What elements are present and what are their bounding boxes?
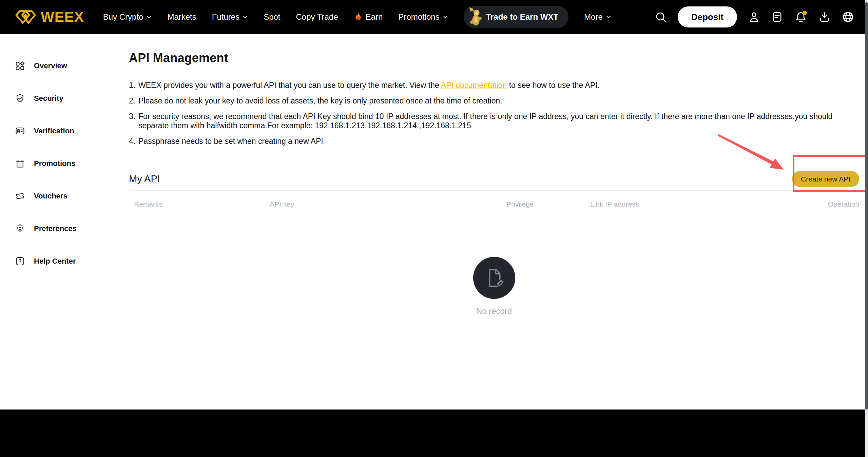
nav-markets[interactable]: Markets	[167, 12, 196, 22]
nav-copy-trade[interactable]: Copy Trade	[296, 12, 338, 22]
sidebar-item-label: Vouchers	[34, 192, 67, 201]
page: WEEX Buy Crypto Markets Futures Spot Cop…	[0, 0, 868, 457]
content-layout: Overview Security Verification	[0, 34, 868, 410]
nav-promotions-label: Promotions	[398, 12, 439, 22]
chevron-down-icon	[443, 14, 448, 20]
column-api-key: API key	[270, 200, 294, 208]
account-sidebar: Overview Security Verification	[0, 34, 114, 410]
nav-buy-crypto-label: Buy Crypto	[103, 12, 143, 22]
sidebar-item-label: Security	[34, 94, 63, 103]
api-management-panel: API Management 1. WEEX provides you with…	[114, 34, 868, 410]
note-text: WEEX provides you with a powerful API th…	[138, 81, 600, 90]
gift-icon	[15, 158, 25, 169]
note-item: 3. For security reasons, we recommend th…	[129, 112, 859, 130]
sidebar-item-overview[interactable]: Overview	[15, 50, 114, 82]
scrollbar-track[interactable]	[865, 0, 868, 457]
scrollbar-thumb[interactable]	[865, 2, 868, 410]
empty-state: No record	[129, 257, 859, 316]
note-number: 1.	[129, 81, 138, 90]
nav-more-label: More	[584, 12, 603, 22]
account-icon[interactable]	[748, 11, 760, 23]
nav-spot-label: Spot	[264, 12, 280, 22]
shield-check-icon	[15, 93, 25, 103]
flame-icon	[354, 12, 363, 22]
weex-logo[interactable]: WEEX	[15, 9, 84, 25]
note-item: 2. Please do not leak your key to avoid …	[129, 96, 859, 106]
note-text: Passphrase needs to be set when creating…	[138, 137, 323, 146]
trade-to-earn-label: Trade to Earn WXT	[486, 12, 558, 22]
api-notes: 1. WEEX provides you with a powerful API…	[129, 81, 859, 146]
sidebar-item-label: Verification	[34, 127, 74, 135]
gear-icon	[15, 224, 25, 234]
chevron-down-icon	[146, 14, 152, 20]
nav-right-group: Deposit	[655, 6, 854, 27]
sidebar-item-help-center[interactable]: ? Help Center	[15, 245, 114, 278]
sidebar-item-label: Help Center	[34, 257, 76, 266]
question-icon: ?	[15, 256, 25, 266]
column-remarks: Remarks	[134, 200, 162, 208]
sidebar-item-promotions[interactable]: Promotions	[15, 147, 114, 180]
note-text: For security reasons, we recommend that …	[138, 112, 859, 130]
sidebar-item-security[interactable]: Security	[15, 82, 114, 115]
my-api-title: My API	[129, 173, 160, 185]
overview-grid-icon	[15, 61, 25, 71]
note-number: 4.	[129, 137, 138, 146]
note-number: 3.	[129, 112, 138, 130]
note-text-before: WEEX provides you with a powerful API th…	[138, 81, 441, 90]
nav-markets-label: Markets	[167, 12, 196, 22]
mascot-icon	[468, 6, 483, 27]
download-app-icon[interactable]	[818, 11, 831, 23]
weex-diamond-icon	[15, 9, 36, 25]
nav-earn-label: Earn	[366, 12, 383, 22]
column-link-ip-address: Link IP address	[590, 200, 639, 208]
sidebar-item-label: Preferences	[34, 224, 77, 233]
create-new-api-button[interactable]: Create new API	[792, 171, 859, 187]
notifications-bell-icon[interactable]	[794, 11, 808, 23]
nav-earn[interactable]: Earn	[354, 12, 383, 22]
ticket-icon	[14, 190, 26, 202]
chevron-down-icon	[606, 14, 611, 20]
footer	[0, 410, 868, 457]
sidebar-item-label: Promotions	[34, 159, 75, 168]
section-divider	[129, 190, 859, 191]
sidebar-item-label: Overview	[34, 61, 67, 70]
sidebar-item-preferences[interactable]: Preferences	[15, 212, 114, 245]
my-api-header-row: My API Create new API	[129, 170, 859, 188]
column-operation: Operation	[828, 200, 859, 208]
top-navbar: WEEX Buy Crypto Markets Futures Spot Cop…	[0, 0, 868, 34]
nav-links: Buy Crypto Markets Futures Spot Copy Tra…	[103, 6, 611, 28]
brand-name: WEEX	[41, 9, 84, 25]
column-privilege: Privilege	[506, 200, 534, 208]
empty-state-circle	[473, 257, 515, 299]
document-edit-icon	[483, 267, 505, 289]
note-number: 2.	[129, 96, 138, 106]
note-text-after: to see how to use the API.	[507, 81, 600, 90]
nav-futures-label: Futures	[212, 12, 239, 22]
api-documentation-link[interactable]: API documentation	[441, 81, 507, 90]
nav-buy-crypto[interactable]: Buy Crypto	[103, 12, 152, 22]
search-icon[interactable]	[655, 11, 667, 23]
id-card-icon	[15, 126, 25, 136]
sidebar-item-verification[interactable]: Verification	[15, 115, 114, 147]
nav-spot[interactable]: Spot	[264, 12, 280, 22]
note-item: 1. WEEX provides you with a powerful API…	[129, 81, 859, 90]
orders-icon[interactable]	[771, 11, 783, 23]
svg-text:?: ?	[18, 259, 22, 264]
notification-badge	[803, 11, 807, 15]
nav-copy-trade-label: Copy Trade	[296, 12, 338, 22]
api-table-header: Remarks API key Privilege Link IP addres…	[129, 200, 859, 210]
nav-more[interactable]: More	[584, 12, 611, 22]
deposit-button[interactable]: Deposit	[678, 6, 737, 27]
note-item: 4. Passphrase needs to be set when creat…	[129, 137, 859, 146]
sidebar-item-vouchers[interactable]: Vouchers	[15, 180, 114, 212]
chevron-down-icon	[243, 14, 248, 20]
note-text: Please do not leak your key to avoid los…	[138, 96, 502, 106]
nav-futures[interactable]: Futures	[212, 12, 248, 22]
empty-state-text: No record	[476, 306, 512, 316]
trade-to-earn-pill[interactable]: Trade to Earn WXT	[464, 6, 568, 28]
page-title: API Management	[129, 51, 859, 65]
nav-promotions[interactable]: Promotions	[398, 12, 448, 22]
language-globe-icon[interactable]	[842, 11, 854, 23]
